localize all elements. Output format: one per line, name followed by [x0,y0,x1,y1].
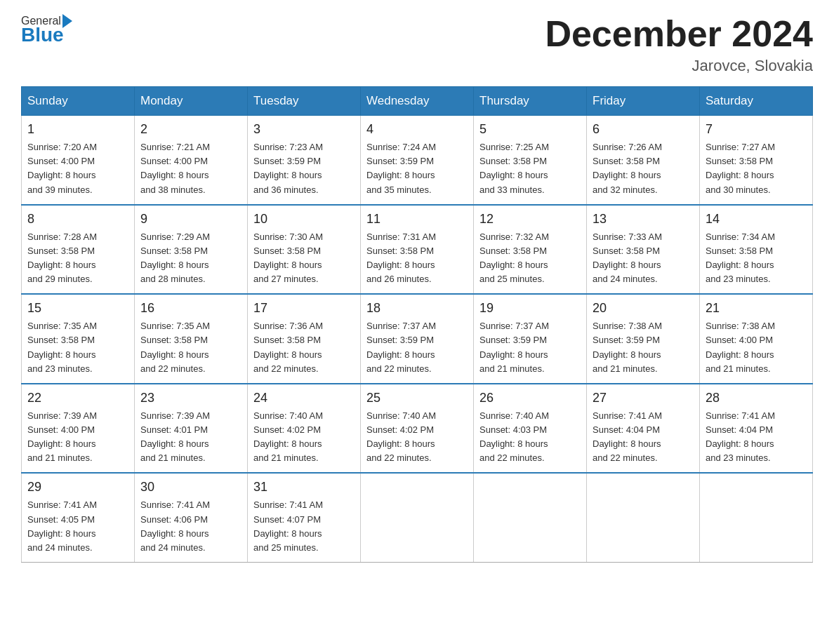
weekday-header-wednesday: Wednesday [361,87,474,116]
weekday-header-friday: Friday [587,87,700,116]
weekday-header-tuesday: Tuesday [248,87,361,116]
calendar-cell: 2Sunrise: 7:21 AMSunset: 4:00 PMDaylight… [135,116,248,205]
day-info: Sunrise: 7:38 AMSunset: 4:00 PMDaylight:… [706,319,807,376]
calendar-cell: 14Sunrise: 7:34 AMSunset: 3:58 PMDayligh… [700,205,813,295]
day-number: 24 [253,389,355,408]
day-info: Sunrise: 7:32 AMSunset: 3:58 PMDaylight:… [479,230,581,287]
day-number: 6 [593,120,694,139]
day-number: 5 [479,120,581,139]
day-info: Sunrise: 7:29 AMSunset: 3:58 PMDaylight:… [140,230,241,287]
weekday-header-sunday: Sunday [22,87,135,116]
day-info: Sunrise: 7:37 AMSunset: 3:59 PMDaylight:… [366,319,468,376]
day-number: 8 [27,210,128,229]
calendar-cell: 18Sunrise: 7:37 AMSunset: 3:59 PMDayligh… [361,294,474,384]
day-info: Sunrise: 7:36 AMSunset: 3:58 PMDaylight:… [253,319,355,376]
day-number: 10 [253,210,355,229]
day-info: Sunrise: 7:39 AMSunset: 4:01 PMDaylight:… [140,409,241,466]
day-info: Sunrise: 7:41 AMSunset: 4:06 PMDaylight:… [140,498,241,555]
calendar-cell: 29Sunrise: 7:41 AMSunset: 4:05 PMDayligh… [22,473,135,562]
day-info: Sunrise: 7:41 AMSunset: 4:04 PMDaylight:… [706,409,807,466]
calendar-cell: 22Sunrise: 7:39 AMSunset: 4:00 PMDayligh… [22,384,135,474]
day-info: Sunrise: 7:21 AMSunset: 4:00 PMDaylight:… [140,140,241,197]
day-number: 16 [140,299,241,318]
day-info: Sunrise: 7:28 AMSunset: 3:58 PMDaylight:… [27,230,128,287]
calendar-cell: 10Sunrise: 7:30 AMSunset: 3:58 PMDayligh… [248,205,361,295]
day-number: 25 [366,389,468,408]
calendar-week-row: 29Sunrise: 7:41 AMSunset: 4:05 PMDayligh… [22,473,813,562]
day-number: 17 [253,299,355,318]
day-info: Sunrise: 7:35 AMSunset: 3:58 PMDaylight:… [140,319,241,376]
calendar-cell: 3Sunrise: 7:23 AMSunset: 3:59 PMDaylight… [248,116,361,205]
day-number: 4 [366,120,468,139]
day-info: Sunrise: 7:26 AMSunset: 3:58 PMDaylight:… [593,140,694,197]
calendar-cell: 15Sunrise: 7:35 AMSunset: 3:58 PMDayligh… [22,294,135,384]
calendar-week-row: 1Sunrise: 7:20 AMSunset: 4:00 PMDaylight… [22,116,813,205]
day-info: Sunrise: 7:25 AMSunset: 3:58 PMDaylight:… [479,140,581,197]
calendar-cell: 7Sunrise: 7:27 AMSunset: 3:58 PMDaylight… [700,116,813,205]
page-header: General Blue December 2024 Jarovce, Slov… [21,14,813,75]
calendar-cell: 27Sunrise: 7:41 AMSunset: 4:04 PMDayligh… [587,384,700,474]
day-info: Sunrise: 7:41 AMSunset: 4:04 PMDaylight:… [593,409,694,466]
weekday-header-row: SundayMondayTuesdayWednesdayThursdayFrid… [22,87,813,116]
calendar-cell: 23Sunrise: 7:39 AMSunset: 4:01 PMDayligh… [135,384,248,474]
weekday-header-saturday: Saturday [700,87,813,116]
calendar-week-row: 22Sunrise: 7:39 AMSunset: 4:00 PMDayligh… [22,384,813,474]
calendar-cell [361,473,474,562]
calendar-cell: 20Sunrise: 7:38 AMSunset: 3:59 PMDayligh… [587,294,700,384]
day-number: 12 [479,210,581,229]
day-number: 18 [366,299,468,318]
logo-blue-text: Blue [21,24,64,46]
day-number: 11 [366,210,468,229]
day-number: 31 [253,478,355,497]
day-number: 15 [27,299,128,318]
day-number: 30 [140,478,241,497]
day-number: 2 [140,120,241,139]
calendar-cell: 13Sunrise: 7:33 AMSunset: 3:58 PMDayligh… [587,205,700,295]
calendar-cell: 1Sunrise: 7:20 AMSunset: 4:00 PMDaylight… [22,116,135,205]
day-number: 28 [706,389,807,408]
calendar-cell [587,473,700,562]
calendar-week-row: 8Sunrise: 7:28 AMSunset: 3:58 PMDaylight… [22,205,813,295]
day-info: Sunrise: 7:41 AMSunset: 4:07 PMDaylight:… [253,498,355,555]
day-info: Sunrise: 7:31 AMSunset: 3:58 PMDaylight:… [366,230,468,287]
weekday-header-monday: Monday [135,87,248,116]
calendar-cell: 4Sunrise: 7:24 AMSunset: 3:59 PMDaylight… [361,116,474,205]
day-info: Sunrise: 7:38 AMSunset: 3:59 PMDaylight:… [593,319,694,376]
calendar-cell: 26Sunrise: 7:40 AMSunset: 4:03 PMDayligh… [474,384,587,474]
calendar-cell: 25Sunrise: 7:40 AMSunset: 4:02 PMDayligh… [361,384,474,474]
day-number: 9 [140,210,241,229]
day-info: Sunrise: 7:24 AMSunset: 3:59 PMDaylight:… [366,140,468,197]
day-number: 3 [253,120,355,139]
day-info: Sunrise: 7:20 AMSunset: 4:00 PMDaylight:… [27,140,128,197]
day-info: Sunrise: 7:27 AMSunset: 3:58 PMDaylight:… [706,140,807,197]
day-info: Sunrise: 7:35 AMSunset: 3:58 PMDaylight:… [27,319,128,376]
month-title: December 2024 [545,14,813,54]
day-number: 22 [27,389,128,408]
day-number: 23 [140,389,241,408]
logo-arrow-icon [62,14,72,28]
calendar-cell: 12Sunrise: 7:32 AMSunset: 3:58 PMDayligh… [474,205,587,295]
calendar-cell: 24Sunrise: 7:40 AMSunset: 4:02 PMDayligh… [248,384,361,474]
calendar-cell [474,473,587,562]
calendar-cell: 19Sunrise: 7:37 AMSunset: 3:59 PMDayligh… [474,294,587,384]
calendar-cell: 8Sunrise: 7:28 AMSunset: 3:58 PMDaylight… [22,205,135,295]
logo: General Blue [21,14,72,46]
calendar-cell: 9Sunrise: 7:29 AMSunset: 3:58 PMDaylight… [135,205,248,295]
day-number: 13 [593,210,694,229]
weekday-header-thursday: Thursday [474,87,587,116]
day-number: 1 [27,120,128,139]
day-info: Sunrise: 7:39 AMSunset: 4:00 PMDaylight:… [27,409,128,466]
day-info: Sunrise: 7:40 AMSunset: 4:02 PMDaylight:… [253,409,355,466]
calendar-cell: 17Sunrise: 7:36 AMSunset: 3:58 PMDayligh… [248,294,361,384]
calendar-cell: 5Sunrise: 7:25 AMSunset: 3:58 PMDaylight… [474,116,587,205]
calendar-cell [700,473,813,562]
day-number: 21 [706,299,807,318]
day-number: 27 [593,389,694,408]
day-number: 19 [479,299,581,318]
day-info: Sunrise: 7:40 AMSunset: 4:02 PMDaylight:… [366,409,468,466]
calendar-cell: 11Sunrise: 7:31 AMSunset: 3:58 PMDayligh… [361,205,474,295]
calendar-cell: 28Sunrise: 7:41 AMSunset: 4:04 PMDayligh… [700,384,813,474]
calendar-cell: 16Sunrise: 7:35 AMSunset: 3:58 PMDayligh… [135,294,248,384]
day-info: Sunrise: 7:33 AMSunset: 3:58 PMDaylight:… [593,230,694,287]
calendar-cell: 30Sunrise: 7:41 AMSunset: 4:06 PMDayligh… [135,473,248,562]
